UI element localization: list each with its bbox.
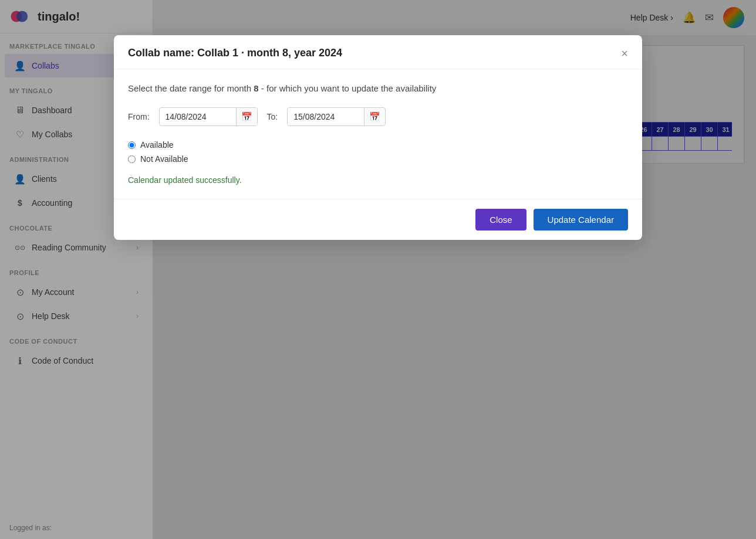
- update-calendar-button[interactable]: Update Calendar: [534, 209, 628, 230]
- available-radio[interactable]: [128, 141, 136, 149]
- not-available-radio-item[interactable]: Not Available: [128, 154, 628, 164]
- close-modal-button[interactable]: Close: [475, 209, 526, 230]
- modal-body: Select the date range for month 8 - for …: [114, 69, 642, 199]
- calendar-icon-to[interactable]: 📅: [364, 108, 385, 126]
- modal-close-button[interactable]: ×: [621, 48, 628, 59]
- not-available-radio[interactable]: [128, 155, 136, 163]
- to-label: To:: [267, 112, 278, 121]
- modal-title: Collab name: Collab 1 · month 8, year 20…: [128, 47, 342, 59]
- modal-header: Collab name: Collab 1 · month 8, year 20…: [114, 35, 642, 69]
- calendar-icon-from[interactable]: 📅: [236, 108, 257, 126]
- modal-footer: Close Update Calendar: [114, 199, 642, 240]
- not-available-label: Not Available: [140, 154, 188, 164]
- to-date-input[interactable]: [288, 109, 364, 125]
- available-radio-item[interactable]: Available: [128, 140, 628, 150]
- to-date-input-wrapper: 📅: [287, 107, 386, 126]
- from-date-input[interactable]: [160, 109, 236, 125]
- from-date-input-wrapper: 📅: [159, 107, 258, 126]
- modal-overlay: Collab name: Collab 1 · month 8, year 20…: [0, 0, 756, 539]
- modal: Collab name: Collab 1 · month 8, year 20…: [114, 35, 642, 240]
- from-label: From:: [128, 112, 150, 121]
- availability-radio-group: Available Not Available: [128, 140, 628, 164]
- date-range-row: From: 📅 To: 📅: [128, 107, 628, 126]
- available-label: Available: [140, 140, 174, 150]
- modal-description: Select the date range for month 8 - for …: [128, 83, 628, 93]
- success-message: Calendar updated successfully.: [128, 175, 628, 185]
